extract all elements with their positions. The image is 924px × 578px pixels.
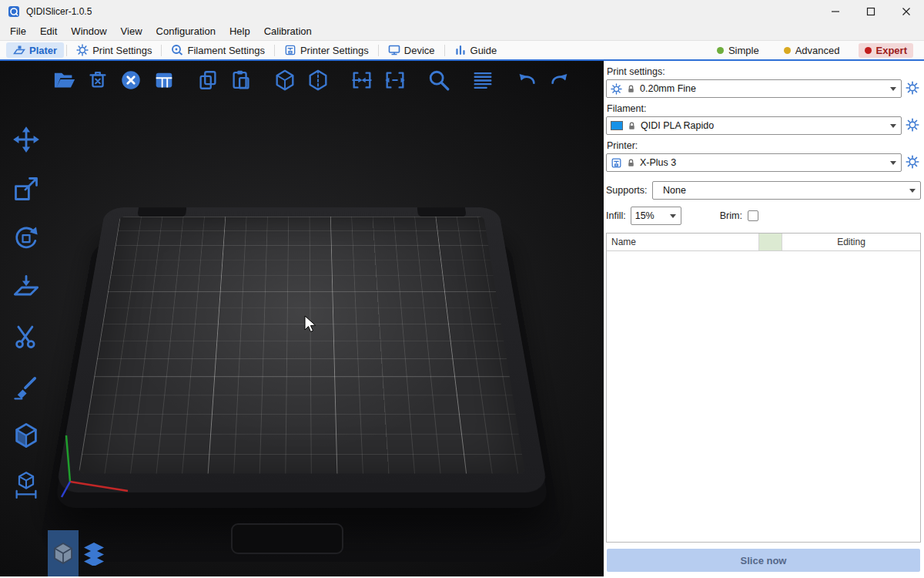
lock-icon — [626, 84, 636, 94]
object-list: Name Editing — [606, 233, 921, 543]
measure-icon — [12, 471, 40, 499]
preview-layers-icon — [82, 541, 106, 566]
delete-button[interactable] — [84, 66, 112, 94]
printer-value: X-Plus 3 — [640, 157, 676, 168]
column-header-editing: Editing — [782, 234, 920, 250]
printer-combo[interactable]: X-Plus 3 — [606, 153, 902, 172]
filament-gear-button[interactable] — [906, 118, 921, 133]
mode-expert[interactable]: Expert — [859, 43, 913, 58]
rotate-button[interactable] — [9, 223, 43, 254]
object-list-header: Name Editing — [607, 234, 920, 251]
supports-combo[interactable]: None — [652, 181, 921, 200]
tab-printer-settings[interactable]: Printer Settings — [277, 42, 376, 58]
split-parts-icon — [306, 69, 330, 92]
tab-label: Guide — [470, 45, 497, 56]
expert-mode-dot-icon — [865, 47, 872, 54]
tab-separator — [378, 45, 379, 56]
3d-viewport[interactable] — [0, 61, 604, 576]
undo-button[interactable] — [513, 66, 541, 94]
tab-print-settings[interactable]: Print Settings — [69, 42, 159, 58]
tab-guide[interactable]: Guide — [447, 42, 504, 58]
instances-decrease-icon — [350, 69, 373, 92]
viewport-top-toolbar — [51, 66, 579, 94]
mode-simple[interactable]: Simple — [711, 43, 765, 58]
slice-now-button[interactable]: Slice now — [607, 549, 920, 572]
tab-plater[interactable]: Plater — [6, 42, 64, 58]
gear-icon — [906, 81, 919, 95]
tab-label: Print Settings — [92, 45, 152, 56]
place-on-face-button[interactable] — [9, 272, 43, 303]
paste-button[interactable] — [227, 66, 255, 94]
titlebar: QIDISlicer-1.0.5 — [0, 0, 924, 23]
instances-decrease-button[interactable] — [348, 66, 376, 94]
menu-edit[interactable]: Edit — [33, 23, 64, 40]
brim-checkbox[interactable] — [748, 210, 758, 221]
split-to-parts-button[interactable] — [304, 66, 332, 94]
mode-label: Simple — [728, 45, 759, 56]
delete-all-icon — [119, 69, 142, 92]
gear-icon — [76, 44, 89, 56]
close-button[interactable] — [889, 0, 924, 23]
minimize-button[interactable] — [818, 0, 853, 23]
editor-view-button[interactable] — [48, 530, 79, 576]
scale-icon — [12, 175, 40, 203]
object-list-body[interactable] — [607, 251, 920, 542]
filament-icon — [171, 44, 183, 56]
advanced-mode-dot-icon — [784, 47, 791, 54]
lock-icon — [626, 158, 636, 168]
infill-combo[interactable]: 15% — [631, 207, 681, 225]
menu-calibration[interactable]: Calibration — [257, 23, 319, 40]
viewport-left-toolbar — [9, 124, 43, 500]
chevron-down-icon — [890, 161, 896, 168]
seam-icon — [12, 422, 40, 449]
menu-configuration[interactable]: Configuration — [149, 23, 223, 40]
copy-button[interactable] — [194, 66, 222, 94]
search-button[interactable] — [425, 66, 453, 94]
print-settings-combo[interactable]: 0.20mm Fine — [606, 79, 902, 98]
maximize-button[interactable] — [853, 0, 889, 23]
menu-help[interactable]: Help — [223, 23, 257, 40]
preview-view-button[interactable] — [79, 530, 109, 576]
minimize-icon — [831, 7, 840, 16]
plater-icon — [13, 44, 25, 56]
split-to-objects-button[interactable] — [271, 66, 299, 94]
variable-layer-height-button[interactable] — [469, 66, 497, 94]
tab-label: Plater — [29, 45, 57, 56]
tab-separator — [161, 45, 162, 56]
arrange-button[interactable] — [150, 66, 178, 94]
layers-lines-icon — [471, 69, 494, 92]
tab-label: Device — [404, 45, 435, 56]
print-settings-gear-button[interactable] — [906, 81, 921, 96]
printer-gear-button[interactable] — [906, 155, 921, 170]
instances-increase-button[interactable] — [381, 66, 409, 94]
redo-button[interactable] — [546, 66, 574, 94]
tab-filament-settings[interactable]: Filament Settings — [164, 42, 271, 58]
filament-combo[interactable]: QIDI PLA Rapido — [606, 116, 902, 135]
3d-scene — [0, 61, 604, 576]
menu-view[interactable]: View — [114, 23, 149, 40]
filament-value: QIDI PLA Rapido — [641, 120, 714, 131]
tab-device[interactable]: Device — [381, 42, 442, 58]
infill-label: Infill: — [606, 210, 626, 221]
delete-all-button[interactable] — [117, 66, 145, 94]
chevron-down-icon — [670, 214, 676, 221]
gear-icon — [611, 83, 622, 95]
search-icon — [427, 69, 450, 92]
application-window: QIDISlicer-1.0.5 File Edit Window View C… — [0, 0, 924, 578]
lock-icon — [627, 121, 637, 131]
cut-scissors-icon — [12, 323, 40, 351]
measure-button[interactable] — [9, 469, 43, 500]
infill-value: 15% — [635, 210, 654, 221]
open-button[interactable] — [51, 66, 79, 94]
menu-window[interactable]: Window — [64, 23, 113, 40]
move-button[interactable] — [9, 124, 43, 155]
scale-button[interactable] — [9, 173, 43, 204]
filament-color-swatch — [611, 121, 623, 130]
seam-button[interactable] — [9, 420, 43, 451]
mode-advanced[interactable]: Advanced — [778, 43, 846, 58]
menu-file[interactable]: File — [3, 23, 33, 40]
cut-button[interactable] — [9, 321, 43, 352]
paint-supports-button[interactable] — [9, 371, 43, 402]
maximize-icon — [866, 7, 875, 16]
menubar: File Edit Window View Configuration Help… — [0, 23, 924, 41]
